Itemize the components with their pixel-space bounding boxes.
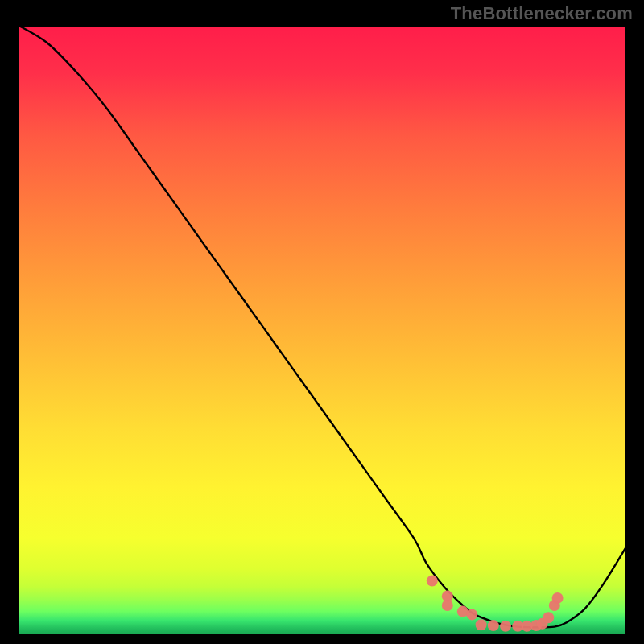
marker-dot <box>476 619 487 630</box>
marker-dot <box>442 600 453 611</box>
marker-dot <box>466 609 477 620</box>
marker-dot <box>500 621 511 632</box>
watermark-text: TheBottlenecker.com <box>451 3 633 24</box>
plot-frame <box>16 24 628 636</box>
marker-dot <box>543 612 554 623</box>
marker-dot <box>552 592 564 604</box>
marker-dot <box>488 620 499 631</box>
marker-dot <box>427 576 438 587</box>
chart-background <box>16 24 628 636</box>
stage: TheBottlenecker.com <box>0 0 644 644</box>
chart-svg <box>16 24 628 636</box>
